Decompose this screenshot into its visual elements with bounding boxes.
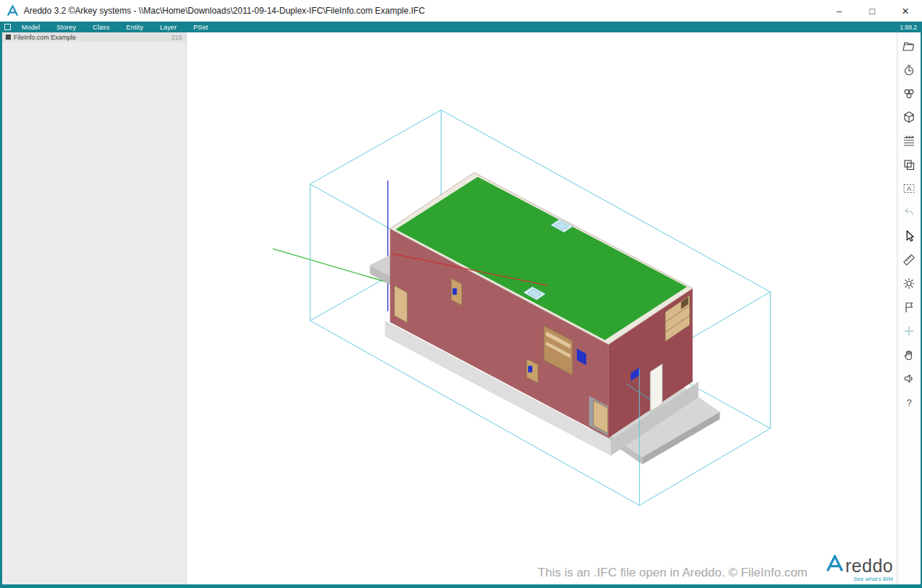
menu-model[interactable]: Model (22, 24, 40, 31)
viewport-3d[interactable]: This is an .IFC file open in Areddo. © F… (187, 32, 897, 584)
entity-count: 215 (171, 34, 182, 41)
text-select-icon[interactable]: A (901, 181, 917, 196)
areddo-logo-icon (6, 5, 19, 17)
menu-class[interactable]: Class (93, 24, 110, 31)
minimize-button[interactable]: – (823, 0, 856, 22)
menu-layer[interactable]: Layer (160, 24, 177, 31)
menu-bar: Model Storey Class Entity Layer PSet 1:8… (0, 22, 922, 32)
scale-indicator: 1:88.2 (900, 24, 917, 31)
select-pointer-icon[interactable] (901, 228, 917, 244)
watermark-text: This is an .IFC file open in Areddo. © F… (538, 566, 807, 580)
maximize-button[interactable]: □ (856, 0, 889, 22)
cube-3d-icon[interactable] (901, 109, 917, 125)
menu-entity[interactable]: Entity (126, 24, 143, 31)
entities-icon[interactable] (901, 86, 917, 101)
measure-ruler-icon[interactable] (901, 252, 917, 268)
light-sun-icon[interactable] (901, 276, 917, 291)
areddo-brand-mark-icon (825, 555, 844, 575)
ifc-model-canvas[interactable] (187, 32, 897, 584)
content-area: FileInfo.com Example 215 (0, 32, 922, 584)
bottom-border (0, 584, 922, 588)
menu-pset[interactable]: PSet (193, 24, 207, 31)
window-title: Areddo 3.2 ©Arkey systems - \\Mac\Home\D… (24, 6, 823, 16)
checkbox-icon[interactable] (4, 24, 11, 30)
app-window: Areddo 3.2 ©Arkey systems - \\Mac\Home\D… (0, 0, 922, 588)
title-bar: Areddo 3.2 ©Arkey systems - \\Mac\Home\D… (0, 0, 922, 22)
svg-text:A: A (907, 185, 911, 192)
add-plus-icon[interactable] (901, 323, 917, 339)
close-button[interactable]: ✕ (889, 0, 922, 22)
model-node-icon (6, 35, 11, 40)
menu-storey[interactable]: Storey (57, 24, 76, 31)
history-icon[interactable] (901, 62, 917, 78)
model-tree-item[interactable]: FileInfo.com Example 215 (2, 32, 186, 42)
brand-tagline: See what's BIM (825, 576, 893, 582)
model-node-label: FileInfo.com Example (14, 34, 76, 41)
flag-icon[interactable] (901, 299, 917, 315)
storeys-hatch-icon[interactable] (901, 133, 917, 149)
help-icon[interactable]: ? (901, 394, 917, 410)
sound-speaker-icon[interactable] (901, 371, 917, 386)
model-tree-panel: FileInfo.com Example 215 (2, 32, 187, 584)
pan-hand-icon[interactable] (901, 347, 917, 363)
undo-arrow-icon[interactable] (901, 204, 917, 220)
brand-name: reddo (846, 557, 893, 575)
open-folder-icon[interactable] (901, 38, 917, 54)
areddo-brand: reddo See what's BIM (825, 555, 893, 582)
tool-column: A (897, 32, 921, 584)
svg-text:?: ? (906, 397, 911, 408)
duplicate-icon[interactable] (901, 157, 917, 173)
